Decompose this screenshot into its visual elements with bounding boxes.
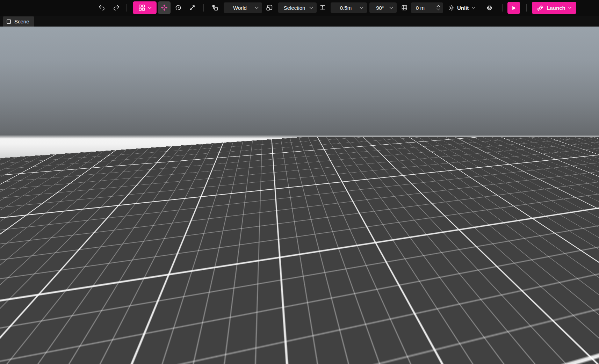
redo-button[interactable] [111, 2, 122, 13]
pivot-dropdown[interactable]: Selection [278, 2, 317, 13]
transform-space-dropdown[interactable]: World [224, 2, 262, 13]
height-snap-button[interactable] [317, 2, 328, 13]
snap-grid-dropdown[interactable] [133, 1, 157, 14]
tab-bar: Scene [0, 16, 599, 27]
grid-height-stepper[interactable]: 0 m [411, 2, 443, 13]
scale-icon [188, 4, 196, 12]
chevron-down-icon [148, 7, 152, 9]
rotate-increment-dropdown[interactable]: 90° [369, 2, 397, 13]
grid-3x3-icon [401, 4, 408, 11]
mouse-left-button-icon [3, 353, 9, 362]
hint-label: Fly [75, 355, 82, 361]
toolbar-divider [502, 4, 503, 12]
group-tool-button[interactable] [209, 2, 221, 13]
move-arrows-icon [160, 4, 168, 12]
bounds-tool-button[interactable] [264, 2, 275, 13]
toolbar-divider [203, 4, 204, 12]
avatar-body [348, 181, 362, 215]
move-increment-value: 0.5m [334, 5, 358, 11]
gaze-direction-indicator [340, 184, 350, 185]
editor-window: World Selection 0.5m 90° [0, 0, 599, 364]
avatar-spawn-point[interactable] [340, 179, 363, 249]
chevron-down-icon [360, 7, 363, 9]
scene-tab-label: Scene [14, 19, 29, 24]
toolbar-divider [127, 4, 127, 12]
move-increment-dropdown[interactable]: 0.5m [331, 2, 367, 13]
sky-gradient [0, 27, 599, 138]
grid-height-value: 0 m [416, 5, 434, 11]
move-tool-button[interactable] [158, 1, 171, 14]
rotate-icon [174, 4, 182, 12]
chevron-down-icon [472, 7, 475, 9]
scale-tool-button[interactable] [187, 2, 198, 13]
undo-icon [98, 4, 106, 12]
stepper-up-icon[interactable] [436, 5, 440, 7]
hint-label: Pan [54, 355, 64, 361]
parent-child-icon [211, 4, 219, 12]
ground-plane-clip [0, 137, 599, 364]
chevron-down-icon [389, 7, 393, 9]
transform-space-value: World [227, 5, 253, 11]
pivot-value: Selection [282, 5, 307, 11]
hint-fly: Fly [67, 353, 82, 362]
tab-scene[interactable]: Scene [3, 16, 34, 27]
play-icon [511, 5, 517, 11]
stepper-down-icon[interactable] [436, 8, 440, 10]
mouse-hints: Orbit / Select Pan Fly [3, 353, 82, 362]
hint-orbit-select: Orbit / Select [3, 353, 42, 362]
chevron-down-icon [255, 7, 259, 9]
gear-icon [486, 4, 493, 12]
lighting-value: Unlit [457, 5, 469, 11]
hint-pan: Pan [46, 353, 64, 362]
spawn-cone-marker [351, 210, 359, 247]
settings-button[interactable] [484, 2, 495, 13]
chevron-down-icon [309, 7, 313, 9]
sun-icon [448, 5, 455, 11]
grid-2x2-icon [138, 4, 146, 12]
launch-label: Launch [547, 5, 565, 11]
mouse-middle-button-icon [46, 353, 52, 362]
scene-viewport[interactable]: Orbit / Select Pan Fly [0, 27, 599, 364]
rocket-icon [537, 5, 544, 12]
rotate-increment-value: 90° [373, 5, 387, 11]
redo-icon [113, 4, 120, 12]
play-button[interactable] [507, 2, 520, 14]
mouse-right-button-icon [67, 353, 73, 362]
launch-button[interactable]: Launch [532, 2, 576, 14]
grid-toggle-button[interactable] [399, 2, 410, 13]
nested-squares-icon [266, 4, 273, 12]
undo-button[interactable] [96, 2, 107, 13]
hint-label: Orbit / Select [12, 355, 42, 361]
rotate-tool-button[interactable] [173, 2, 184, 13]
vertical-stretch-icon [319, 4, 326, 11]
lighting-dropdown[interactable]: Unlit [448, 2, 475, 13]
scene-tab-icon [6, 19, 12, 24]
toolbar: World Selection 0.5m 90° [0, 0, 599, 16]
chevron-down-icon [568, 7, 571, 9]
toolbar-divider [526, 4, 527, 12]
